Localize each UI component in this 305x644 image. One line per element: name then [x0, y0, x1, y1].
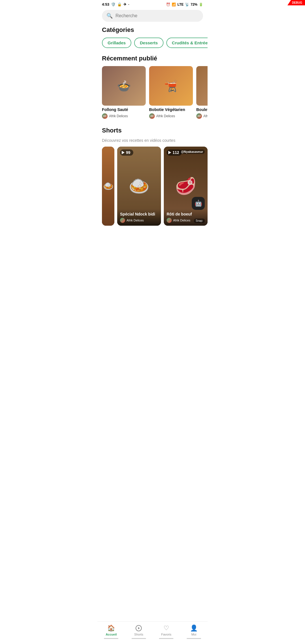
recipe-author-2: AD Afrik Delices — [149, 113, 193, 119]
recipe-card-2[interactable]: 🫕 Bobotie Végétarien AD Afrik Delices — [149, 66, 193, 119]
recipe-thumb-1: 🍲 — [102, 66, 146, 106]
play-icon-2 — [168, 151, 171, 154]
shorts-subtitle: Découvrez vos recettes en vidéos courtes — [97, 138, 208, 147]
ai-icon-overlay: 🤖 — [192, 197, 205, 210]
short-author-1: Afrik Delices — [120, 218, 158, 223]
author-avatar-1: AD — [102, 113, 108, 119]
categories-section: Catégories Grillades Desserts Crudités &… — [97, 26, 208, 48]
short-count-2: 112 — [173, 150, 179, 155]
short-handle-2: @Nyakasaveur — [179, 149, 205, 154]
recipe-author-3: AD Afrik Delices — [196, 113, 208, 119]
short-bottom-1: Spécial Ndock bidi Afrik Delices — [117, 209, 161, 226]
recipe-author-1: AD Afrik Delices — [102, 113, 146, 119]
short-count-1: 99 — [126, 150, 130, 155]
recipe-name-1: Follong Sauté — [102, 107, 146, 112]
recipe-thumb-2: 🫕 — [149, 66, 193, 106]
recipe-card-3[interactable]: 🍖 Boulettes De Boeuf AD Afrik Delices — [196, 66, 208, 119]
category-chip-desserts[interactable]: Desserts — [134, 38, 163, 48]
search-input[interactable] — [116, 13, 199, 18]
author-name-1: Afrik Delices — [109, 114, 128, 118]
search-bar[interactable]: 🔍 — [102, 10, 203, 22]
short-bottom-2: Rôti de boeuf Afrik Delices — [164, 209, 208, 226]
author-name-2: Afrik Delices — [156, 114, 175, 118]
recipe-name-3: Boulettes De Boeuf — [196, 107, 208, 112]
recipe-card-1[interactable]: 🍲 Follong Sauté AD Afrik Delices — [102, 66, 146, 119]
author-avatar-3: AD — [196, 113, 202, 119]
short-card-0[interactable]: 🍛 — [102, 147, 114, 226]
status-bar: 4:53 🛡️ 🔒 ✈ · ⏰ 📶 LTE 📡 72% 🔋 — [97, 0, 208, 8]
play-icon-1 — [122, 151, 125, 154]
shorts-title: Shorts — [97, 127, 208, 138]
recipe-thumb-3: 🍖 — [196, 66, 208, 106]
shorts-section: Shorts Découvrez vos recettes en vidéos … — [97, 127, 208, 226]
category-chip-grillades[interactable]: Grillades — [102, 38, 131, 48]
shorts-scroll: 🍛 🍛 99 Spécial Ndock bidi Afrik Delices … — [97, 147, 208, 226]
short-author-name-2: Afrik Delices — [173, 219, 190, 222]
short-avatar-2 — [167, 218, 172, 223]
recently-section: Récemment publié 🍲 Follong Sauté AD Afri… — [97, 55, 208, 119]
short-title-1: Spécial Ndock bidi — [120, 212, 158, 216]
recipe-name-2: Bobotie Végétarien — [149, 107, 193, 112]
short-card-2[interactable]: 🥩 112 @Nyakasaveur 🤖 Rôti de boeuf Afrik… — [164, 147, 208, 226]
author-name-3: Afrik Delices — [203, 114, 208, 118]
search-icon: 🔍 — [106, 13, 113, 19]
author-avatar-2: AD — [149, 113, 155, 119]
snap-badge: Snap: — [194, 219, 205, 223]
short-card-1[interactable]: 🍛 99 Spécial Ndock bidi Afrik Delices — [117, 147, 161, 226]
short-avatar-1 — [120, 218, 125, 223]
status-time: 4:53 🛡️ 🔒 ✈ · — [102, 2, 129, 6]
short-author-name-1: Afrik Delices — [127, 219, 144, 222]
short-title-2: Rôti de boeuf — [167, 212, 205, 216]
recent-scroll: 🍲 Follong Sauté AD Afrik Delices 🫕 Bobot… — [97, 66, 208, 119]
categories-scroll: Grillades Desserts Crudités & Entrées Fa… — [97, 38, 208, 48]
status-right: ⏰ 📶 LTE 📡 72% 🔋 — [166, 3, 203, 6]
categories-title: Catégories — [97, 26, 208, 38]
recently-title: Récemment publié — [97, 55, 208, 66]
short-play-badge-1: 99 — [120, 149, 133, 156]
category-chip-crudites[interactable]: Crudités & Entrées — [166, 38, 208, 48]
